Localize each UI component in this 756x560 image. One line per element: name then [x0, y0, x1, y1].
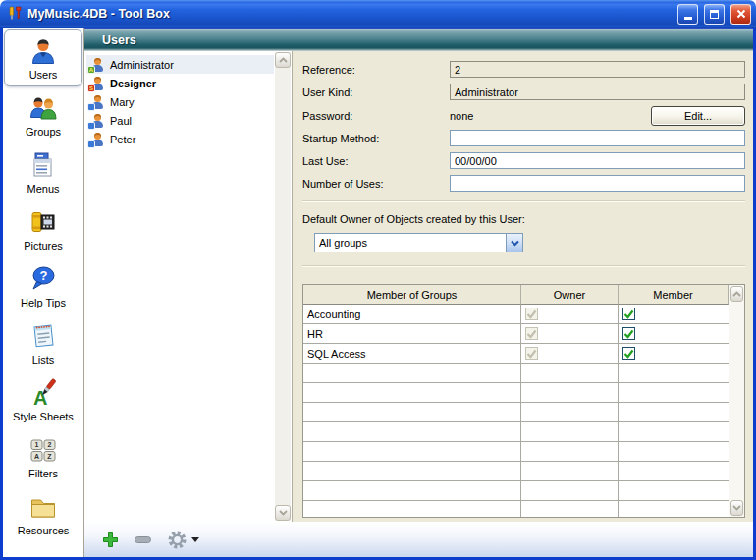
add-user-button[interactable] — [102, 532, 119, 548]
toolbox-window: MyMusic.4DB - Tool Box Users — [0, 0, 756, 560]
user-kind-label: User Kind: — [302, 86, 450, 98]
separator — [302, 200, 745, 202]
sidebar-item-label: Lists — [32, 354, 55, 365]
sidebar-item-pictures[interactable]: Pictures — [4, 200, 82, 257]
number-of-uses-input[interactable] — [450, 175, 745, 192]
scroll-down-button[interactable] — [275, 505, 291, 521]
table-row[interactable]: SQL Access — [303, 344, 729, 364]
sidebar-item-label: Filters — [28, 468, 58, 479]
member-checkbox[interactable] — [622, 308, 635, 320]
svg-text:1: 1 — [35, 441, 39, 448]
number-of-uses-label: Number of Uses: — [302, 178, 450, 190]
sidebar-item-lists[interactable]: Lists — [4, 314, 82, 371]
minimize-button[interactable] — [677, 4, 698, 25]
chevron-down-icon — [511, 240, 519, 247]
table-row[interactable]: Accounting — [303, 305, 729, 324]
member-of-groups-table: Member of Groups Owner Member Accounting — [302, 284, 745, 518]
help-tips-icon: ? — [27, 263, 59, 295]
lists-icon — [27, 320, 59, 352]
combobox-dropdown-button[interactable] — [506, 234, 522, 252]
field-row-reference: Reference: 2 — [302, 61, 745, 78]
maximize-icon — [710, 10, 719, 19]
user-name: Paul — [110, 115, 132, 127]
table-empty-row — [303, 422, 729, 442]
separator — [302, 265, 745, 267]
caret-down-icon — [191, 537, 199, 542]
sidebar: Users Groups — [3, 28, 84, 557]
check-icon — [526, 349, 537, 359]
menus-icon — [27, 149, 59, 181]
admin-badge-icon: A — [87, 66, 95, 74]
group-name-cell[interactable]: HR — [303, 324, 521, 344]
check-icon — [526, 309, 537, 319]
user-list-item[interactable]: Peter — [86, 130, 274, 148]
user-list-item[interactable]: Paul — [86, 111, 274, 130]
check-icon — [526, 329, 537, 339]
group-name-cell[interactable]: Accounting — [303, 305, 521, 324]
startup-method-input[interactable] — [450, 130, 745, 146]
table-empty-row — [303, 481, 729, 501]
user-list-item[interactable]: A Administrator — [86, 55, 274, 74]
sidebar-item-users[interactable]: Users — [4, 29, 82, 86]
minimize-icon — [684, 17, 692, 20]
chevron-down-icon — [279, 510, 288, 516]
field-row-user-kind: User Kind: Administrator — [302, 84, 745, 100]
last-use-input[interactable] — [450, 152, 745, 169]
table-empty-row — [303, 442, 729, 462]
table-scrollbar[interactable] — [729, 285, 744, 517]
sidebar-item-label: Menus — [27, 183, 59, 195]
table-empty-row — [303, 364, 729, 383]
close-button[interactable] — [730, 4, 751, 25]
default-owner-combobox[interactable]: All groups — [314, 233, 523, 252]
table-header-row: Member of Groups Owner Member — [303, 285, 729, 305]
user-list-scrollbar[interactable] — [275, 52, 291, 521]
svg-text:Z: Z — [47, 453, 52, 460]
sidebar-item-style-sheets[interactable]: A Style Sheets — [4, 371, 82, 428]
combobox-value[interactable]: All groups — [315, 234, 506, 252]
table-empty-row — [303, 462, 729, 481]
sidebar-item-filters[interactable]: 1 2 A Z Filters — [4, 428, 82, 485]
user-name: Peter — [110, 134, 135, 145]
user-badge-icon — [87, 140, 95, 148]
sidebar-item-help-tips[interactable]: ? Help Tips — [4, 257, 82, 314]
actions-menu-button[interactable] — [167, 530, 199, 550]
section-header: Users — [84, 28, 753, 51]
user-icon — [90, 114, 104, 128]
table-row[interactable]: HR — [303, 324, 729, 344]
maximize-button[interactable] — [704, 4, 725, 25]
scroll-down-button[interactable] — [730, 500, 743, 516]
sidebar-item-label: Style Sheets — [13, 411, 74, 422]
user-details-panel: Reference: 2 User Kind: Administrator Pa… — [293, 51, 753, 522]
minus-icon — [135, 536, 151, 543]
member-checkbox[interactable] — [622, 327, 635, 340]
user-list: A Administrator S Designer — [84, 51, 293, 522]
owner-checkbox — [525, 308, 538, 320]
field-row-number-of-uses: Number of Uses: — [302, 175, 745, 192]
sidebar-item-menus[interactable]: Menus — [4, 143, 82, 200]
gear-icon — [167, 530, 188, 550]
owner-checkbox — [525, 327, 538, 340]
user-badge-icon — [87, 103, 95, 111]
scroll-up-button[interactable] — [275, 52, 291, 68]
sidebar-item-resources[interactable]: Resources — [4, 485, 82, 542]
remove-user-button[interactable] — [135, 536, 151, 543]
user-list-item[interactable]: S Designer — [86, 74, 274, 92]
user-list-item[interactable]: Mary — [86, 92, 274, 111]
startup-method-label: Startup Method: — [302, 133, 450, 144]
sidebar-item-label: Users — [29, 69, 58, 81]
bottom-toolbar — [84, 522, 753, 557]
sidebar-item-groups[interactable]: Groups — [4, 86, 82, 143]
window-title: MyMusic.4DB - Tool Box — [27, 7, 672, 21]
app-toolbox-icon — [7, 5, 23, 23]
user-name: Administrator — [110, 59, 174, 71]
member-checkbox[interactable] — [622, 347, 635, 360]
sidebar-item-label: Pictures — [24, 240, 63, 252]
edit-password-button[interactable]: Edit... — [651, 106, 745, 126]
content: A Administrator S Designer — [84, 51, 753, 522]
column-header-member-of-groups: Member of Groups — [303, 285, 521, 305]
user-icon — [90, 133, 104, 146]
scroll-up-button[interactable] — [730, 286, 743, 302]
group-name-cell[interactable]: SQL Access — [303, 344, 521, 364]
sidebar-item-label: Help Tips — [21, 297, 66, 308]
user-kind-field: Administrator — [450, 84, 745, 100]
